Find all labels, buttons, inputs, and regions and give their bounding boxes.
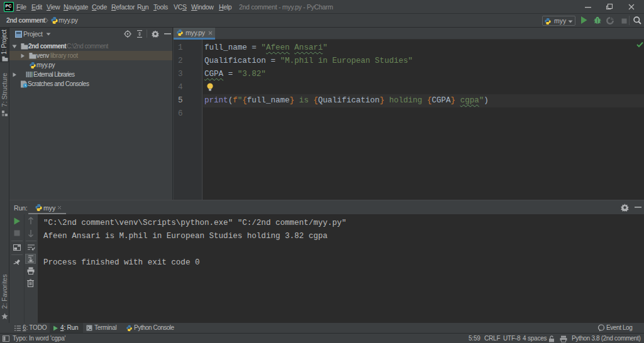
svg-text:PC: PC <box>6 4 12 8</box>
